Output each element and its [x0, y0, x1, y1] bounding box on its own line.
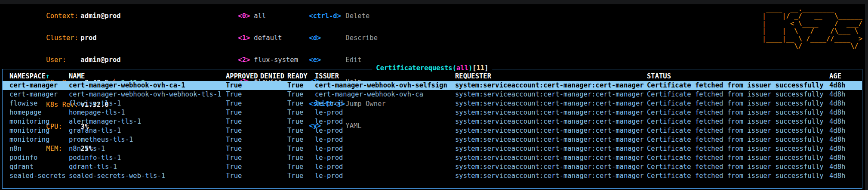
column-header-age[interactable]: AGE	[829, 72, 862, 81]
cell-name: cert-manager-webhook-ovh-webhook-tls-1	[69, 90, 226, 99]
cell-issuer: cert-manager-webhook-ovh-selfsign	[315, 81, 455, 90]
cell-approved: True	[226, 126, 260, 135]
active-namespace: all	[456, 64, 468, 72]
cell-status: Certificate fetched from issuer successf…	[647, 162, 829, 171]
terminal-window: Context:admin@prod Cluster:prod User:adm…	[0, 4, 865, 190]
table-row[interactable]: monitoring alertmanager-tls-1 True True …	[3, 117, 862, 126]
command-label: Edit	[345, 56, 361, 64]
column-header-requester[interactable]: REQUESTER	[455, 72, 647, 81]
cell-status: Certificate fetched from issuer successf…	[647, 117, 829, 126]
context-label: Context:	[46, 12, 80, 20]
table-row[interactable]: podinfo podinfo-tls-1 True True le-prod …	[3, 153, 862, 162]
k9s-header: Context:admin@prod Cluster:prod User:adm…	[0, 5, 865, 70]
user-value: admin@prod	[80, 56, 120, 64]
command-label: Delete	[345, 12, 369, 20]
table-row[interactable]: monitoring prometheus-tls-1 True True le…	[3, 135, 862, 144]
command-describe[interactable]: <d>Describe	[269, 27, 386, 49]
cell-approved: True	[226, 171, 260, 181]
hotkey: <1>	[238, 34, 254, 42]
cell-status: Certificate fetched from issuer successf…	[647, 81, 829, 90]
cell-namespace: monitoring	[9, 135, 69, 144]
cell-ready: True	[287, 144, 315, 153]
k9s-logo-ascii-art: ____ __.________ | |/ _/ __ \______ | < …	[762, 5, 862, 50]
table-row[interactable]: cert-manager cert-manager-webhook-ovh-ca…	[3, 81, 862, 90]
cell-ready: True	[287, 81, 315, 90]
cell-denied	[260, 171, 287, 181]
cell-status: Certificate fetched from issuer successf…	[647, 171, 829, 181]
cell-namespace: cert-manager	[9, 81, 69, 90]
column-header-denied[interactable]: DENIED	[260, 72, 287, 81]
cell-namespace: n8n	[9, 144, 69, 153]
cell-namespace: monitoring	[9, 117, 69, 126]
column-header-status[interactable]: STATUS	[647, 72, 829, 81]
column-header-ready[interactable]: READY	[287, 72, 315, 81]
cell-age: 4d8h	[829, 153, 862, 162]
column-header-namespace[interactable]: NAMESPACE↑	[9, 72, 69, 81]
sort-ascending-icon: ↑	[46, 72, 49, 80]
column-header-name[interactable]: NAME	[69, 72, 226, 81]
table-row[interactable]: homepage homepage-tls-1 True True le-pro…	[3, 108, 862, 117]
cell-requester: system:serviceaccount:cert-manager:cert-…	[455, 117, 647, 126]
table-body: cert-manager cert-manager-webhook-ovh-ca…	[3, 81, 862, 181]
cell-ready: True	[287, 108, 315, 117]
cell-requester: system:serviceaccount:cert-manager:cert-…	[455, 171, 647, 181]
resource-table-frame: Certificaterequests(all)[11] NAMESPACE↑ …	[2, 69, 862, 189]
cell-issuer: le-prod	[315, 144, 455, 153]
cell-approved: True	[226, 108, 260, 117]
cell-denied	[260, 81, 287, 90]
cell-namespace: podinfo	[9, 153, 69, 162]
hotkey: <d>	[309, 34, 345, 42]
cell-ready: True	[287, 171, 315, 181]
cell-namespace: flowise	[9, 99, 69, 108]
cell-name: grafana-tls-1	[69, 126, 226, 135]
cell-approved: True	[226, 81, 260, 90]
cell-approved: True	[226, 153, 260, 162]
cell-name: prometheus-tls-1	[69, 135, 226, 144]
hotkey: <ctrl-d>	[309, 12, 345, 20]
table-row[interactable]: cert-manager cert-manager-webhook-ovh-we…	[3, 90, 862, 99]
cell-issuer: le-prod	[315, 153, 455, 162]
cell-ready: True	[287, 162, 315, 171]
cell-namespace: cert-manager	[9, 90, 69, 99]
cell-requester: system:serviceaccount:cert-manager:cert-…	[455, 99, 647, 108]
cell-age: 4d8h	[829, 99, 862, 108]
cell-ready: True	[287, 117, 315, 126]
user-label: User:	[46, 56, 80, 64]
table-row[interactable]: n8n n8n-tls-1 True True le-prod system:s…	[3, 144, 862, 153]
command-edit[interactable]: <e>Edit	[269, 49, 386, 71]
cell-denied	[260, 153, 287, 162]
cell-approved: True	[226, 90, 260, 99]
cell-denied	[260, 117, 287, 126]
hotkey: <e>	[309, 56, 345, 64]
table-row[interactable]: sealed-secrets sealed-secrets-web-tls-1 …	[3, 171, 862, 181]
cell-denied	[260, 162, 287, 171]
cell-name: alertmanager-tls-1	[69, 117, 226, 126]
cell-denied	[260, 126, 287, 135]
cell-requester: system:serviceaccount:cert-manager:cert-…	[455, 144, 647, 153]
table-title: Certificaterequests(all)[11]	[372, 64, 492, 72]
user-row: User:admin@prod	[6, 49, 145, 71]
cell-issuer: le-prod	[315, 99, 455, 108]
resource-count: 11	[477, 64, 485, 72]
cell-status: Certificate fetched from issuer successf…	[647, 126, 829, 135]
cell-age: 4d8h	[829, 171, 862, 181]
cell-requester: system:serviceaccount:cert-manager:cert-…	[455, 81, 647, 90]
column-header-issuer[interactable]: ISSUER	[315, 72, 455, 81]
table-row[interactable]: qdrant qdrant-tls-1 True True le-prod sy…	[3, 162, 862, 171]
table-row[interactable]: flowise flowise-tls-1 True True le-prod …	[3, 99, 862, 108]
cell-ready: True	[287, 90, 315, 99]
hotkey: <0>	[238, 12, 254, 20]
cell-age: 4d8h	[829, 162, 862, 171]
cell-status: Certificate fetched from issuer successf…	[647, 135, 829, 144]
cell-issuer: le-prod	[315, 171, 455, 181]
cell-ready: True	[287, 135, 315, 144]
namespace-name: all	[254, 12, 266, 20]
cell-denied	[260, 135, 287, 144]
table-row[interactable]: monitoring grafana-tls-1 True True le-pr…	[3, 126, 862, 135]
cell-age: 4d8h	[829, 81, 862, 90]
command-delete[interactable]: <ctrl-d>Delete	[269, 5, 386, 27]
column-header-approved[interactable]: APPROVED	[226, 72, 260, 81]
cell-name: sealed-secrets-web-tls-1	[69, 171, 226, 181]
cell-approved: True	[226, 117, 260, 126]
cell-issuer: cert-manager-webhook-ovh-ca	[315, 90, 455, 99]
